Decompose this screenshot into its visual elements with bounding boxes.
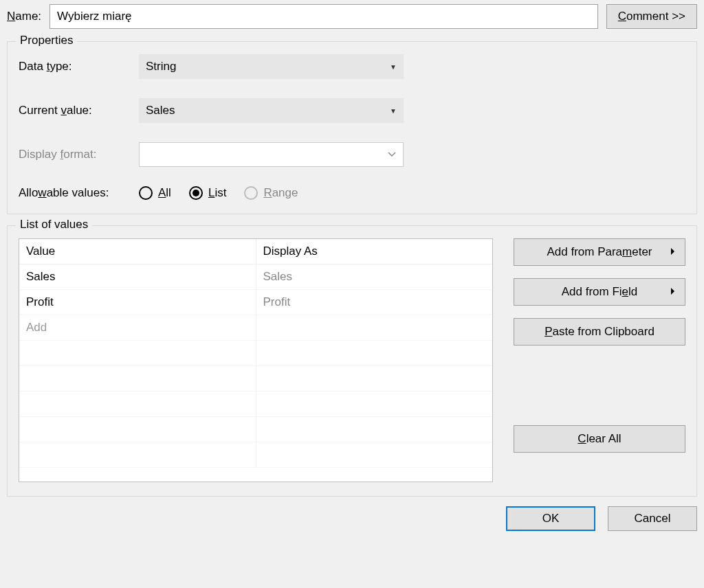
radio-list[interactable]: List xyxy=(189,186,226,200)
table-row[interactable]: Profit Profit xyxy=(19,290,492,315)
display-format-label: Display format: xyxy=(19,148,139,161)
current-value-value: Sales xyxy=(146,104,175,117)
chevron-down-icon: ▼ xyxy=(390,63,397,71)
table-row[interactable]: Sales Sales xyxy=(19,264,492,290)
clear-all-button[interactable]: Clear All xyxy=(514,425,685,453)
column-header-value: Value xyxy=(19,239,256,264)
radio-all[interactable]: All xyxy=(139,186,171,200)
name-input[interactable] xyxy=(50,4,598,29)
table-row xyxy=(19,442,492,468)
data-type-label: Data type: xyxy=(19,60,139,74)
table-row xyxy=(19,366,492,392)
data-type-value: String xyxy=(146,60,176,74)
add-from-field-button[interactable]: Add from Field xyxy=(514,278,685,306)
table-row xyxy=(19,392,492,417)
current-value-select[interactable]: Sales ▼ xyxy=(139,98,404,123)
chevron-down-icon: ▼ xyxy=(390,107,397,115)
table-row xyxy=(19,341,492,366)
list-of-values-group: List of values Value Display As Sales Sa… xyxy=(7,225,697,497)
cell-value[interactable]: Profit xyxy=(19,290,256,315)
allowable-values-label: Allowable values: xyxy=(19,186,139,200)
table-row-add[interactable]: Add xyxy=(19,315,492,341)
cell-display xyxy=(256,315,492,341)
paste-from-clipboard-button[interactable]: Paste from Clipboard xyxy=(514,318,685,346)
name-label: Name: xyxy=(7,10,41,23)
current-value-label: Current value: xyxy=(19,104,139,117)
display-format-select[interactable] xyxy=(139,142,404,167)
properties-legend: Properties xyxy=(16,34,77,47)
list-legend: List of values xyxy=(16,218,92,231)
radio-icon xyxy=(244,186,258,200)
radio-range: Range xyxy=(244,186,298,200)
arrow-right-icon xyxy=(670,245,675,259)
table-row xyxy=(19,417,492,442)
add-from-parameter-button[interactable]: Add from Parameter xyxy=(514,238,685,266)
add-placeholder[interactable]: Add xyxy=(19,315,256,341)
properties-group: Properties Data type: String ▼ Current v… xyxy=(7,41,697,214)
cell-value[interactable]: Sales xyxy=(19,264,256,290)
arrow-right-icon xyxy=(670,285,675,299)
radio-icon xyxy=(139,186,153,200)
cell-display[interactable]: Profit xyxy=(256,290,492,315)
radio-icon xyxy=(189,186,203,200)
data-type-select[interactable]: String ▼ xyxy=(139,54,404,79)
cell-display[interactable]: Sales xyxy=(256,264,492,290)
ok-button[interactable]: OK xyxy=(506,506,595,531)
column-header-display: Display As xyxy=(256,239,492,264)
chevron-down-icon xyxy=(388,151,396,159)
comment-button[interactable]: Comment >> xyxy=(606,4,697,29)
values-table[interactable]: Value Display As Sales Sales Profit Prof… xyxy=(19,238,493,482)
cancel-button[interactable]: Cancel xyxy=(608,506,697,531)
